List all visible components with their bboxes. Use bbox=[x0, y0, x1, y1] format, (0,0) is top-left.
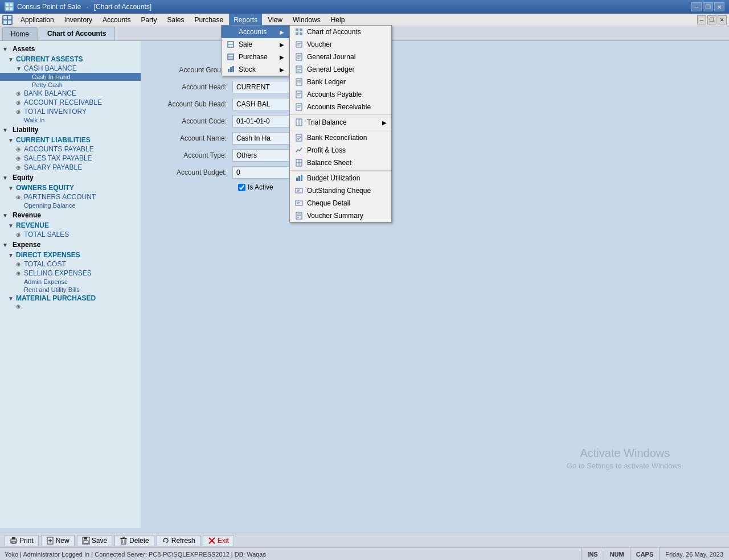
close-button[interactable]: ✕ bbox=[714, 2, 724, 11]
menu-sales[interactable]: Sales bbox=[162, 14, 189, 26]
print-button[interactable]: Print bbox=[5, 535, 39, 546]
menu-application[interactable]: Application bbox=[16, 14, 59, 26]
restore-button[interactable]: ❐ bbox=[703, 2, 713, 11]
tree-expense[interactable]: ▼ Expense bbox=[0, 239, 141, 250]
app-icon bbox=[5, 2, 14, 11]
general-ledger-label: General Ledger bbox=[307, 65, 354, 73]
submenu-outstanding-cheque[interactable]: OutStanding Cheque bbox=[290, 184, 391, 197]
submenu-budget-utilization[interactable]: Budget Utilization bbox=[290, 172, 391, 184]
tree-rent-utility[interactable]: Rent and Utility Bills bbox=[0, 286, 141, 294]
tree-liability[interactable]: ▼ Liability bbox=[0, 124, 141, 135]
expander-direct-expenses: ▼ bbox=[8, 252, 16, 258]
trial-balance-arrow: ▶ bbox=[382, 120, 387, 126]
title-bar-controls: ─ ❐ ✕ bbox=[691, 2, 724, 11]
expander-bank-balance: ⊕ bbox=[16, 90, 24, 97]
submenu-balance-sheet[interactable]: Balance Sheet bbox=[290, 157, 391, 169]
outstanding-cheque-label: OutStanding Cheque bbox=[307, 187, 371, 195]
is-active-checkbox[interactable] bbox=[238, 184, 245, 191]
refresh-label: Refresh bbox=[171, 537, 195, 545]
submenu-bank-reconciliation[interactable]: Bank Reconciliation bbox=[290, 131, 391, 144]
menu-view[interactable]: View bbox=[263, 14, 287, 26]
expander-expense: ▼ bbox=[2, 242, 10, 248]
submenu-cheque-detail[interactable]: Cheque Detail bbox=[290, 197, 391, 209]
tree-sales-tax-payable[interactable]: ⊕ SALES TAX PAYABLE bbox=[0, 154, 141, 163]
tree-admin-expense[interactable]: Admin Expense bbox=[0, 278, 141, 286]
tree-direct-expenses[interactable]: ▼ DIRECT EXPENSES bbox=[0, 250, 141, 260]
submenu-general-ledger[interactable]: General Ledger bbox=[290, 63, 391, 76]
mdi-restore[interactable]: ❐ bbox=[707, 15, 716, 24]
submenu-voucher-summary[interactable]: Voucher Summary bbox=[290, 209, 391, 222]
tab-home[interactable]: Home bbox=[2, 27, 38, 40]
submenu-general-journal[interactable]: General Journal bbox=[290, 51, 391, 63]
tree-material-purchased[interactable]: ▼ MATERIAL PURCHASED bbox=[0, 294, 141, 303]
submenu-bank-ledger[interactable]: Bank Ledger bbox=[290, 76, 391, 88]
tree-accounts-payable[interactable]: ⊕ ACCOUNTS PAYABLE bbox=[0, 145, 141, 154]
sales-tax-payable-label: SALES TAX PAYABLE bbox=[24, 154, 92, 162]
save-button[interactable]: Save bbox=[77, 535, 112, 546]
reports-menu-purchase[interactable]: Purchase ▶ bbox=[222, 51, 289, 63]
reports-menu-stock[interactable]: Stock ▶ bbox=[222, 63, 289, 76]
voucher-summary-icon bbox=[294, 211, 304, 220]
new-button[interactable]: New bbox=[41, 535, 75, 546]
account-group-label: Account Group: bbox=[153, 66, 232, 74]
expander-revenue-category: ▼ bbox=[8, 223, 16, 229]
tree-revenue[interactable]: ▼ Revenue bbox=[0, 209, 141, 221]
svg-rect-45 bbox=[296, 134, 302, 141]
tree-owners-equity[interactable]: ▼ OWNERS EQUITY bbox=[0, 183, 141, 192]
tab-chart-of-accounts[interactable]: Chart of Accounts bbox=[39, 27, 115, 40]
menu-inventory[interactable]: Inventory bbox=[60, 14, 97, 26]
submenu-profit-loss[interactable]: Profit & Loss bbox=[290, 144, 391, 157]
submenu-chart-of-accounts[interactable]: Chart of Accounts bbox=[290, 26, 391, 38]
expander-liability: ▼ bbox=[2, 127, 10, 133]
tree-partners-account[interactable]: ⊕ PARTNERS ACCOUNT bbox=[0, 192, 141, 201]
menu-purchase[interactable]: Purchase bbox=[190, 14, 228, 26]
expander-current-assets: ▼ bbox=[8, 56, 16, 63]
reports-menu-sale[interactable]: Sale ▶ bbox=[222, 38, 289, 51]
bank-reconciliation-icon bbox=[294, 133, 304, 142]
submenu-accounts-payable[interactable]: Accounts Payable bbox=[290, 88, 391, 101]
minimize-button[interactable]: ─ bbox=[691, 2, 702, 11]
sale-submenu-arrow: ▶ bbox=[280, 42, 284, 48]
account-name-label: Account Name: bbox=[153, 134, 232, 142]
svg-rect-0 bbox=[6, 3, 9, 6]
submenu-voucher[interactable]: Voucher bbox=[290, 38, 391, 51]
tree-opening-balance[interactable]: Openning Balance bbox=[0, 201, 141, 209]
bank-ledger-icon bbox=[294, 77, 304, 87]
tree-bank-balance[interactable]: ⊕ BANK BALANCE bbox=[0, 89, 141, 98]
menu-help[interactable]: Help bbox=[326, 14, 350, 26]
tree-account-receivable[interactable]: ⊕ ACCOUNT RECEIVABLE bbox=[0, 98, 141, 107]
cheque-detail-label: Cheque Detail bbox=[307, 199, 350, 207]
expander-cash-balance: ▼ bbox=[16, 65, 24, 72]
tree-equity[interactable]: ▼ Equity bbox=[0, 172, 141, 183]
is-active-label: Is Active bbox=[248, 183, 273, 191]
tree-petty-cash[interactable]: Petty Cash bbox=[0, 81, 141, 89]
tree-total-cost[interactable]: ⊕ TOTAL COST bbox=[0, 260, 141, 269]
menu-accounts[interactable]: Accounts bbox=[98, 14, 135, 26]
tree-revenue-category[interactable]: ▼ REVENUE bbox=[0, 221, 141, 230]
menu-windows[interactable]: Windows bbox=[288, 14, 325, 26]
refresh-button[interactable]: Refresh bbox=[157, 535, 200, 546]
expander-owners-equity: ▼ bbox=[8, 185, 16, 191]
tree-assets[interactable]: ▼ Assets bbox=[0, 43, 141, 55]
submenu-accounts-receivable[interactable]: Accounts Receivable bbox=[290, 101, 391, 113]
menu-party[interactable]: Party bbox=[136, 14, 161, 26]
delete-button[interactable]: Delete bbox=[114, 535, 154, 546]
tree-salary-payable[interactable]: ⊕ SALARY PAYABLE bbox=[0, 163, 141, 172]
tree-current-liabilities[interactable]: ▼ CURRENT LIABILITIES bbox=[0, 135, 141, 145]
tree-cash-in-hand[interactable]: Cash In Hand bbox=[0, 73, 141, 81]
tree-current-assets[interactable]: ▼ CURRENT ASSESTS bbox=[0, 55, 141, 64]
exit-button[interactable]: Exit bbox=[203, 535, 234, 546]
exit-label: Exit bbox=[218, 537, 229, 545]
submenu-trial-balance[interactable]: Trial Balance ▶ bbox=[290, 116, 391, 129]
purchase-menu-icon bbox=[226, 52, 235, 61]
tree-selling-expenses[interactable]: ⊕ SELLING EXPENSES bbox=[0, 269, 141, 278]
tree-total-inventory[interactable]: ⊕ TOTAL INVENTORY bbox=[0, 107, 141, 116]
mdi-minimize[interactable]: ─ bbox=[697, 15, 706, 24]
tree-walk-in[interactable]: Walk In bbox=[0, 116, 141, 124]
tree-total-sales[interactable]: ⊕ TOTAL SALES bbox=[0, 230, 141, 239]
mdi-close[interactable]: ✕ bbox=[718, 15, 727, 24]
tree-material-child[interactable]: ⊕ bbox=[0, 303, 141, 310]
tree-cash-balance[interactable]: ▼ CASH BALANCE bbox=[0, 64, 141, 73]
reports-menu-accounts[interactable]: Accounts ▶ bbox=[222, 26, 289, 38]
menu-reports[interactable]: Reports bbox=[229, 14, 262, 26]
